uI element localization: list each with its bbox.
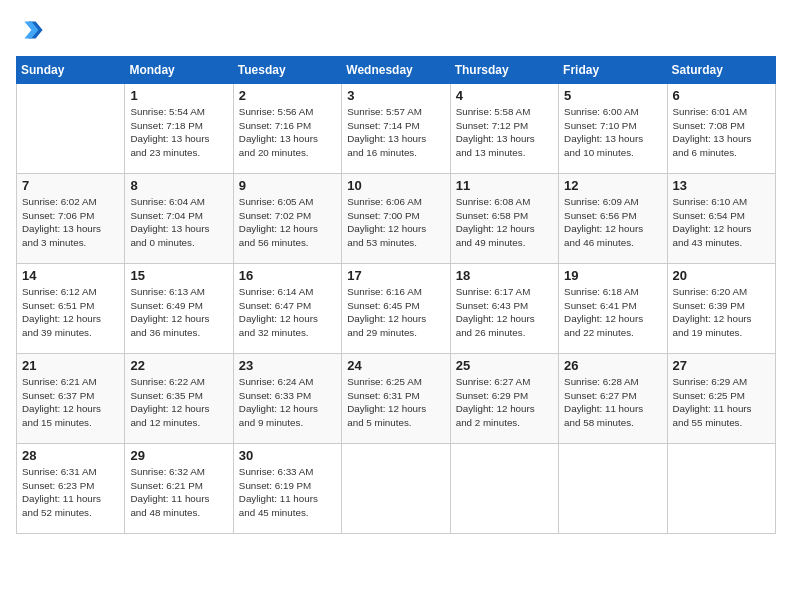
- column-header-saturday: Saturday: [667, 57, 775, 84]
- day-number: 29: [130, 448, 227, 463]
- day-number: 15: [130, 268, 227, 283]
- calendar-table: SundayMondayTuesdayWednesdayThursdayFrid…: [16, 56, 776, 534]
- calendar-cell: 1Sunrise: 5:54 AM Sunset: 7:18 PM Daylig…: [125, 84, 233, 174]
- calendar-cell: 19Sunrise: 6:18 AM Sunset: 6:41 PM Dayli…: [559, 264, 667, 354]
- calendar-cell: 2Sunrise: 5:56 AM Sunset: 7:16 PM Daylig…: [233, 84, 341, 174]
- logo: [16, 16, 48, 44]
- day-number: 24: [347, 358, 444, 373]
- calendar-cell: 20Sunrise: 6:20 AM Sunset: 6:39 PM Dayli…: [667, 264, 775, 354]
- day-info: Sunrise: 6:29 AM Sunset: 6:25 PM Dayligh…: [673, 375, 770, 430]
- day-number: 1: [130, 88, 227, 103]
- day-number: 30: [239, 448, 336, 463]
- calendar-cell: 21Sunrise: 6:21 AM Sunset: 6:37 PM Dayli…: [17, 354, 125, 444]
- calendar-cell: [667, 444, 775, 534]
- calendar-header-row: SundayMondayTuesdayWednesdayThursdayFrid…: [17, 57, 776, 84]
- calendar-cell: 30Sunrise: 6:33 AM Sunset: 6:19 PM Dayli…: [233, 444, 341, 534]
- day-info: Sunrise: 6:12 AM Sunset: 6:51 PM Dayligh…: [22, 285, 119, 340]
- day-info: Sunrise: 6:13 AM Sunset: 6:49 PM Dayligh…: [130, 285, 227, 340]
- day-info: Sunrise: 6:32 AM Sunset: 6:21 PM Dayligh…: [130, 465, 227, 520]
- day-number: 22: [130, 358, 227, 373]
- day-number: 25: [456, 358, 553, 373]
- day-number: 18: [456, 268, 553, 283]
- calendar-cell: 4Sunrise: 5:58 AM Sunset: 7:12 PM Daylig…: [450, 84, 558, 174]
- day-number: 23: [239, 358, 336, 373]
- column-header-monday: Monday: [125, 57, 233, 84]
- day-number: 17: [347, 268, 444, 283]
- calendar-cell: 14Sunrise: 6:12 AM Sunset: 6:51 PM Dayli…: [17, 264, 125, 354]
- calendar-cell: 25Sunrise: 6:27 AM Sunset: 6:29 PM Dayli…: [450, 354, 558, 444]
- day-info: Sunrise: 5:54 AM Sunset: 7:18 PM Dayligh…: [130, 105, 227, 160]
- calendar-cell: [559, 444, 667, 534]
- day-info: Sunrise: 6:06 AM Sunset: 7:00 PM Dayligh…: [347, 195, 444, 250]
- day-number: 28: [22, 448, 119, 463]
- day-number: 11: [456, 178, 553, 193]
- day-info: Sunrise: 6:21 AM Sunset: 6:37 PM Dayligh…: [22, 375, 119, 430]
- day-info: Sunrise: 6:08 AM Sunset: 6:58 PM Dayligh…: [456, 195, 553, 250]
- day-number: 6: [673, 88, 770, 103]
- calendar-cell: 24Sunrise: 6:25 AM Sunset: 6:31 PM Dayli…: [342, 354, 450, 444]
- calendar-cell: 17Sunrise: 6:16 AM Sunset: 6:45 PM Dayli…: [342, 264, 450, 354]
- day-info: Sunrise: 6:01 AM Sunset: 7:08 PM Dayligh…: [673, 105, 770, 160]
- calendar-week-row: 28Sunrise: 6:31 AM Sunset: 6:23 PM Dayli…: [17, 444, 776, 534]
- calendar-cell: 28Sunrise: 6:31 AM Sunset: 6:23 PM Dayli…: [17, 444, 125, 534]
- column-header-wednesday: Wednesday: [342, 57, 450, 84]
- day-number: 20: [673, 268, 770, 283]
- day-info: Sunrise: 6:00 AM Sunset: 7:10 PM Dayligh…: [564, 105, 661, 160]
- calendar-cell: 27Sunrise: 6:29 AM Sunset: 6:25 PM Dayli…: [667, 354, 775, 444]
- day-number: 5: [564, 88, 661, 103]
- day-number: 27: [673, 358, 770, 373]
- calendar-cell: 9Sunrise: 6:05 AM Sunset: 7:02 PM Daylig…: [233, 174, 341, 264]
- day-number: 8: [130, 178, 227, 193]
- day-info: Sunrise: 6:28 AM Sunset: 6:27 PM Dayligh…: [564, 375, 661, 430]
- day-number: 4: [456, 88, 553, 103]
- calendar-week-row: 14Sunrise: 6:12 AM Sunset: 6:51 PM Dayli…: [17, 264, 776, 354]
- day-number: 9: [239, 178, 336, 193]
- calendar-cell: 22Sunrise: 6:22 AM Sunset: 6:35 PM Dayli…: [125, 354, 233, 444]
- day-number: 2: [239, 88, 336, 103]
- column-header-tuesday: Tuesday: [233, 57, 341, 84]
- column-header-thursday: Thursday: [450, 57, 558, 84]
- day-info: Sunrise: 6:16 AM Sunset: 6:45 PM Dayligh…: [347, 285, 444, 340]
- day-info: Sunrise: 6:24 AM Sunset: 6:33 PM Dayligh…: [239, 375, 336, 430]
- calendar-cell: 7Sunrise: 6:02 AM Sunset: 7:06 PM Daylig…: [17, 174, 125, 264]
- day-info: Sunrise: 6:04 AM Sunset: 7:04 PM Dayligh…: [130, 195, 227, 250]
- column-header-friday: Friday: [559, 57, 667, 84]
- calendar-cell: 11Sunrise: 6:08 AM Sunset: 6:58 PM Dayli…: [450, 174, 558, 264]
- day-info: Sunrise: 5:56 AM Sunset: 7:16 PM Dayligh…: [239, 105, 336, 160]
- calendar-cell: [450, 444, 558, 534]
- day-info: Sunrise: 6:31 AM Sunset: 6:23 PM Dayligh…: [22, 465, 119, 520]
- day-info: Sunrise: 6:18 AM Sunset: 6:41 PM Dayligh…: [564, 285, 661, 340]
- day-number: 3: [347, 88, 444, 103]
- calendar-cell: 29Sunrise: 6:32 AM Sunset: 6:21 PM Dayli…: [125, 444, 233, 534]
- calendar-cell: 16Sunrise: 6:14 AM Sunset: 6:47 PM Dayli…: [233, 264, 341, 354]
- day-info: Sunrise: 6:20 AM Sunset: 6:39 PM Dayligh…: [673, 285, 770, 340]
- day-number: 13: [673, 178, 770, 193]
- calendar-cell: 15Sunrise: 6:13 AM Sunset: 6:49 PM Dayli…: [125, 264, 233, 354]
- day-info: Sunrise: 5:57 AM Sunset: 7:14 PM Dayligh…: [347, 105, 444, 160]
- calendar-cell: [342, 444, 450, 534]
- calendar-cell: 12Sunrise: 6:09 AM Sunset: 6:56 PM Dayli…: [559, 174, 667, 264]
- day-number: 10: [347, 178, 444, 193]
- calendar-cell: [17, 84, 125, 174]
- day-info: Sunrise: 6:05 AM Sunset: 7:02 PM Dayligh…: [239, 195, 336, 250]
- calendar-cell: 3Sunrise: 5:57 AM Sunset: 7:14 PM Daylig…: [342, 84, 450, 174]
- calendar-cell: 8Sunrise: 6:04 AM Sunset: 7:04 PM Daylig…: [125, 174, 233, 264]
- calendar-week-row: 1Sunrise: 5:54 AM Sunset: 7:18 PM Daylig…: [17, 84, 776, 174]
- day-number: 7: [22, 178, 119, 193]
- day-number: 16: [239, 268, 336, 283]
- logo-icon: [16, 16, 44, 44]
- page-header: [16, 16, 776, 44]
- calendar-cell: 5Sunrise: 6:00 AM Sunset: 7:10 PM Daylig…: [559, 84, 667, 174]
- day-info: Sunrise: 6:09 AM Sunset: 6:56 PM Dayligh…: [564, 195, 661, 250]
- day-info: Sunrise: 6:02 AM Sunset: 7:06 PM Dayligh…: [22, 195, 119, 250]
- calendar-cell: 10Sunrise: 6:06 AM Sunset: 7:00 PM Dayli…: [342, 174, 450, 264]
- calendar-week-row: 21Sunrise: 6:21 AM Sunset: 6:37 PM Dayli…: [17, 354, 776, 444]
- calendar-cell: 18Sunrise: 6:17 AM Sunset: 6:43 PM Dayli…: [450, 264, 558, 354]
- day-info: Sunrise: 6:25 AM Sunset: 6:31 PM Dayligh…: [347, 375, 444, 430]
- calendar-cell: 23Sunrise: 6:24 AM Sunset: 6:33 PM Dayli…: [233, 354, 341, 444]
- calendar-cell: 13Sunrise: 6:10 AM Sunset: 6:54 PM Dayli…: [667, 174, 775, 264]
- day-number: 21: [22, 358, 119, 373]
- day-number: 12: [564, 178, 661, 193]
- day-info: Sunrise: 6:14 AM Sunset: 6:47 PM Dayligh…: [239, 285, 336, 340]
- day-info: Sunrise: 6:22 AM Sunset: 6:35 PM Dayligh…: [130, 375, 227, 430]
